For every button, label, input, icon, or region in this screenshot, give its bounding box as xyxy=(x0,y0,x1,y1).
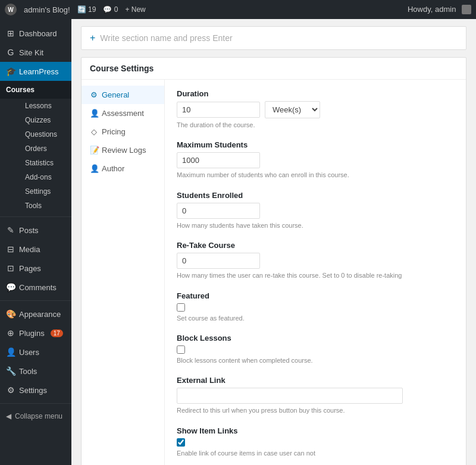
course-settings-body: ⚙ General 👤 Assessment ◇ Pricing 📝 Revie… xyxy=(82,80,466,465)
featured-checkbox-row xyxy=(177,303,454,312)
plugins-badge: 17 xyxy=(51,329,63,337)
tab-author[interactable]: 👤 Author xyxy=(82,159,164,178)
sidebar-item-addons[interactable]: Add-ons xyxy=(19,170,71,184)
sidebar: ⊞ Dashboard G Site Kit 🎓 LearnPress Cour… xyxy=(0,19,71,465)
sidebar-item-settings[interactable]: ⚙ Settings xyxy=(0,381,71,400)
tab-assessment[interactable]: 👤 Assessment xyxy=(82,104,164,122)
wp-logo[interactable]: W xyxy=(5,4,17,15)
block-lessons-field: Block Lessons Block lessons content when… xyxy=(177,334,454,365)
general-settings-content: Duration Week(s) Minute(s) Hour(s) Day(s… xyxy=(165,80,466,465)
external-link-field: External Link Redirect to this url when … xyxy=(177,376,454,415)
featured-description: Set course as featured. xyxy=(177,314,454,323)
external-link-description: Redirect to this url when you press butt… xyxy=(177,406,454,415)
external-link-input[interactable] xyxy=(177,388,403,404)
comments-count[interactable]: 💬 0 xyxy=(103,5,118,14)
course-settings-title: Course Settings xyxy=(82,58,466,80)
students-enrolled-input[interactable] xyxy=(177,203,260,219)
posts-icon: ✎ xyxy=(6,225,15,235)
retake-course-field: Re-Take Course How many times the user c… xyxy=(177,241,454,280)
course-settings-box: Course Settings ⚙ General 👤 Assessment ◇… xyxy=(81,57,466,465)
site-name[interactable]: admin's Blog! xyxy=(24,5,70,14)
separator-3 xyxy=(0,403,71,404)
featured-checkbox[interactable] xyxy=(177,303,185,312)
collapse-arrow-icon: ◀ xyxy=(6,412,11,420)
max-students-field: Maximum Students Maximum number of stude… xyxy=(177,140,454,180)
tab-general[interactable]: ⚙ General xyxy=(82,86,164,104)
max-students-description: Maximum number of students who can enrol… xyxy=(177,171,454,180)
section-name-bar: + Write section name and press Enter xyxy=(81,26,466,50)
updates-count[interactable]: 🔄 19 xyxy=(77,5,96,14)
max-students-input[interactable] xyxy=(177,152,260,168)
sidebar-item-statistics[interactable]: Statistics xyxy=(19,156,71,170)
general-tab-icon: ⚙ xyxy=(90,90,98,99)
dashboard-icon: ⊞ xyxy=(6,29,15,38)
duration-label: Duration xyxy=(177,89,454,98)
max-students-label: Maximum Students xyxy=(177,140,454,149)
appearance-icon: 🎨 xyxy=(6,309,15,319)
duration-row: Week(s) Minute(s) Hour(s) Day(s) Month(s… xyxy=(177,101,454,118)
add-section-icon: + xyxy=(90,33,95,43)
duration-input[interactable] xyxy=(177,102,260,118)
tab-pricing[interactable]: ◇ Pricing xyxy=(82,122,164,141)
sidebar-item-tools[interactable]: 🔧 Tools xyxy=(0,362,71,381)
duration-field: Duration Week(s) Minute(s) Hour(s) Day(s… xyxy=(177,89,454,130)
block-lessons-checkbox-row xyxy=(177,345,454,354)
sidebar-item-pages[interactable]: ⊡ Pages xyxy=(0,259,71,278)
tools-icon: 🔧 xyxy=(6,366,15,376)
show-item-links-description: Enable link of course items in case user… xyxy=(177,449,454,458)
separator-2 xyxy=(0,300,71,301)
sidebar-courses-header[interactable]: Courses xyxy=(0,81,71,99)
featured-label: Featured xyxy=(177,291,454,300)
collapse-menu-button[interactable]: ◀ Collapse menu xyxy=(0,407,71,425)
assessment-tab-icon: 👤 xyxy=(90,109,98,118)
media-icon: ⊟ xyxy=(6,244,15,254)
sidebar-item-plugins[interactable]: ⊕ Plugins 17 xyxy=(0,323,71,343)
tab-review-logs[interactable]: 📝 Review Logs xyxy=(82,141,164,159)
new-button[interactable]: + New xyxy=(125,5,145,14)
block-lessons-description: Block lessons content when completed cou… xyxy=(177,356,454,365)
sidebar-item-settings[interactable]: Settings xyxy=(19,184,71,199)
sidebar-item-tools[interactable]: Tools xyxy=(19,199,71,213)
students-enrolled-field: Students Enrolled How many students have… xyxy=(177,191,454,230)
block-lessons-label: Block Lessons xyxy=(177,334,454,343)
duration-description: The duration of the course. xyxy=(177,121,454,130)
admin-avatar xyxy=(462,5,471,14)
duration-unit-select[interactable]: Week(s) Minute(s) Hour(s) Day(s) Month(s… xyxy=(265,101,320,118)
show-item-links-checkbox-row xyxy=(177,438,454,447)
retake-course-input[interactable] xyxy=(177,253,260,269)
settings-icon: ⚙ xyxy=(6,385,15,395)
users-icon: 👤 xyxy=(6,347,15,357)
sidebar-item-users[interactable]: 👤 Users xyxy=(0,343,71,362)
howdy-text: Howdy, admin xyxy=(408,5,471,15)
pricing-tab-icon: ◇ xyxy=(90,127,98,136)
sidebar-item-learnpress[interactable]: 🎓 LearnPress xyxy=(0,62,71,81)
sidebar-item-comments[interactable]: 💬 Comments xyxy=(0,278,71,297)
comments-icon: 💬 xyxy=(6,282,15,292)
plugins-icon: ⊕ xyxy=(6,328,15,338)
sidebar-item-questions[interactable]: Questions xyxy=(19,127,71,142)
sidebar-item-quizzes[interactable]: Quizzes xyxy=(19,113,71,127)
author-tab-icon: 👤 xyxy=(90,164,98,173)
retake-course-description: How many times the user can re-take this… xyxy=(177,271,454,280)
section-name-placeholder[interactable]: Write section name and press Enter xyxy=(100,33,232,43)
show-item-links-checkbox[interactable] xyxy=(177,438,185,447)
show-item-links-label: Show Item Links xyxy=(177,426,454,435)
learnpress-icon: 🎓 xyxy=(6,67,15,76)
pages-icon: ⊡ xyxy=(6,263,15,273)
sidebar-item-media[interactable]: ⊟ Media xyxy=(0,240,71,259)
sidebar-item-appearance[interactable]: 🎨 Appearance xyxy=(0,304,71,323)
featured-field: Featured Set course as featured. xyxy=(177,291,454,323)
sitekit-icon: G xyxy=(6,48,15,57)
sidebar-item-orders[interactable]: Orders xyxy=(19,142,71,156)
sidebar-item-dashboard[interactable]: ⊞ Dashboard xyxy=(0,24,71,43)
sidebar-item-sitekit[interactable]: G Site Kit xyxy=(0,43,71,62)
external-link-label: External Link xyxy=(177,376,454,385)
review-logs-tab-icon: 📝 xyxy=(90,146,98,155)
sidebar-item-posts[interactable]: ✎ Posts xyxy=(0,221,71,240)
students-enrolled-label: Students Enrolled xyxy=(177,191,454,200)
block-lessons-checkbox[interactable] xyxy=(177,345,185,354)
settings-tabs: ⚙ General 👤 Assessment ◇ Pricing 📝 Revie… xyxy=(82,80,165,465)
sidebar-item-lessons[interactable]: Lessons xyxy=(19,99,71,113)
separator-1 xyxy=(0,216,71,217)
admin-bar: W admin's Blog! 🔄 19 💬 0 + New Howdy, ad… xyxy=(0,0,476,19)
